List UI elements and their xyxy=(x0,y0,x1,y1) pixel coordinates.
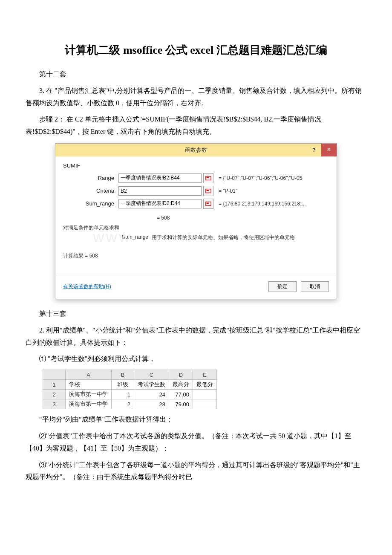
cell[interactable]: 1 xyxy=(112,390,134,399)
collapse-dialog-icon[interactable] xyxy=(203,199,213,209)
row-header[interactable]: 1 xyxy=(43,380,66,390)
cell[interactable] xyxy=(193,390,217,399)
section13-q2: 2. 利用"成绩单"、"小分统计"和"分值表"工作表中的数据，完成"按班级汇总"… xyxy=(26,324,366,349)
close-icon[interactable]: × xyxy=(321,144,337,156)
cell[interactable]: 滨海市第一中学 xyxy=(66,390,112,399)
param-name: Sum_range xyxy=(63,234,152,241)
param-text: 用于求和计算的实际单元格。如果省略，将使用区域中的单元格 xyxy=(152,234,329,241)
cancel-button[interactable]: 取消 xyxy=(301,281,329,292)
row-header[interactable]: 3 xyxy=(43,399,66,409)
dialog-description: 对满足条件的单元格求和 xyxy=(63,224,329,231)
section13-heading: 第十三套 xyxy=(26,308,366,320)
help-icon[interactable]: ? xyxy=(308,144,320,156)
arg-label-range: Range xyxy=(63,175,118,181)
section12-q3: 3. 在 "产品销售汇总表"中,分别计算各型号产品的一、二季度销量、销售额及合计… xyxy=(26,85,366,110)
cell[interactable]: 79.00 xyxy=(169,399,193,409)
svg-rect-1 xyxy=(207,177,209,178)
cell[interactable]: 最低分 xyxy=(193,380,217,390)
collapse-dialog-icon[interactable] xyxy=(203,173,213,183)
col-header[interactable]: B xyxy=(112,370,134,380)
cell[interactable]: 班级 xyxy=(112,380,134,390)
collapse-dialog-icon[interactable] xyxy=(203,186,213,196)
arg-input-sumrange[interactable] xyxy=(118,199,202,208)
arg-label-sumrange: Sum_range xyxy=(63,200,118,207)
section13-item3: ⑶"小分统计"工作表中包含了各班级每一道小题的平均得分，通过其可计算出各班级的"… xyxy=(26,459,366,484)
section13-item1b: "平均分"列由"成绩单"工作表数据计算得出； xyxy=(26,413,366,426)
dialog-title: 函数参数 xyxy=(55,146,337,154)
section12-step2: 步骤 2： 在 C2 单元格中插入公式"=SUMIF(一季度销售情况表!$B$2… xyxy=(26,113,366,138)
function-help-link[interactable]: 有关该函数的帮助(H) xyxy=(63,283,111,290)
spreadsheet-snippet: A B C D E 1 学校 班级 考试学生数 最高分 最低分 2 滨海市第一中… xyxy=(43,370,217,409)
section13-item2: ⑵"分值表"工作表中给出了本次考试各题的类型及分值。（备注：本次考试一共 50 … xyxy=(26,430,366,455)
section13-item1a: ⑴ "考试学生数"列必须利用公式计算， xyxy=(26,353,366,365)
svg-rect-5 xyxy=(207,202,209,204)
cell[interactable]: 考试学生数 xyxy=(134,380,169,390)
cell[interactable]: 28 xyxy=(134,399,169,409)
doc-title: 计算机二级 msoffice 公式 excel 汇总题目难题汇总汇编 xyxy=(26,43,366,58)
cell[interactable]: 2 xyxy=(112,399,134,409)
arg-eval-range: = {"U-07";"U-07";"U-06";"U-06";"U-05 xyxy=(219,175,302,181)
function-arguments-dialog: 函数参数 ? × SUMIF Range = {"U-07";"U-07";"U… xyxy=(55,143,337,299)
col-header[interactable]: C xyxy=(134,370,169,380)
corner-cell xyxy=(43,370,66,380)
col-header[interactable]: D xyxy=(169,370,193,380)
arg-input-criteria[interactable] xyxy=(118,186,202,196)
calc-result: 计算结果 = 508 xyxy=(55,252,337,260)
row-header[interactable]: 2 xyxy=(43,390,66,399)
cell[interactable] xyxy=(193,399,217,409)
cell[interactable]: 77.00 xyxy=(169,390,193,399)
cell[interactable]: 学校 xyxy=(66,380,112,390)
cell[interactable]: 滨海市第一中学 xyxy=(66,399,112,409)
arg-eval-sumrange: = {176;80;213;179;149;169;156;218;... xyxy=(219,201,306,207)
function-name: SUMIF xyxy=(63,162,329,169)
dialog-titlebar[interactable]: 函数参数 ? × xyxy=(55,144,337,156)
arg-label-criteria: Criteria xyxy=(63,188,118,194)
cell[interactable]: 最高分 xyxy=(169,380,193,390)
dialog-result-line: = 508 xyxy=(63,215,329,221)
arg-eval-criteria: = "P-01" xyxy=(219,188,237,194)
col-header[interactable]: A xyxy=(66,370,112,380)
svg-rect-3 xyxy=(207,190,209,191)
cell[interactable]: 24 xyxy=(134,390,169,399)
section12-heading: 第十二套 xyxy=(26,68,366,81)
ok-button[interactable]: 确定 xyxy=(268,281,297,292)
col-header[interactable]: E xyxy=(193,370,217,380)
arg-input-range[interactable] xyxy=(118,173,202,183)
